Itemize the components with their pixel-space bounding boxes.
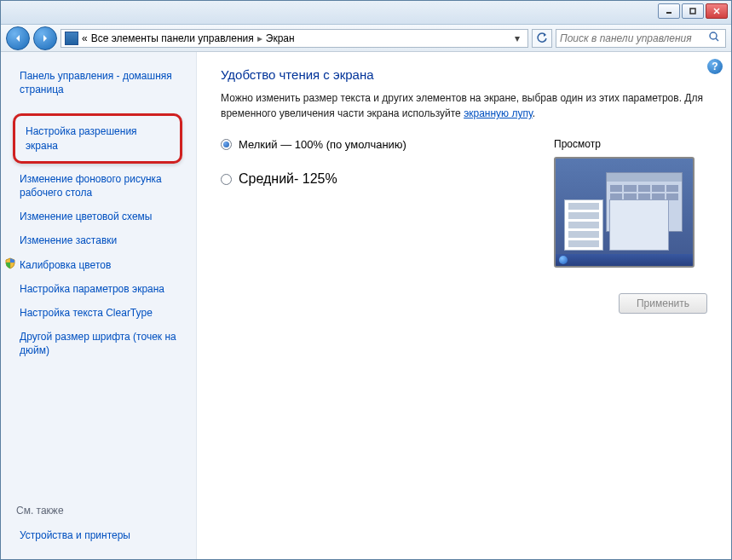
sidebar-item-display-settings[interactable]: Настройка параметров экрана <box>20 277 189 301</box>
preview-start-orb <box>559 256 568 264</box>
radio-small-input[interactable] <box>221 139 232 150</box>
chevron-right-icon: ▸ <box>257 32 262 44</box>
sidebar: Панель управления - домашняя страница На… <box>1 52 197 559</box>
address-bar[interactable]: « Все элементы панели управления ▸ Экран… <box>61 29 528 48</box>
preview-column: Просмотр <box>554 138 707 268</box>
radio-option-medium[interactable]: Средний- 125% <box>221 171 528 187</box>
radio-small-label: Мелкий — 100% (по умолчанию) <box>239 138 406 151</box>
desc-text-2: . <box>533 107 535 119</box>
svg-line-5 <box>716 38 718 41</box>
radio-option-small[interactable]: Мелкий — 100% (по умолчанию) <box>221 138 528 151</box>
apply-button[interactable]: Применить <box>619 293 707 314</box>
breadcrumb-prefix: « <box>82 32 88 44</box>
apply-row: Применить <box>221 293 707 314</box>
search-input[interactable] <box>560 32 708 44</box>
search-box[interactable] <box>556 29 726 48</box>
sidebar-item-calibration[interactable]: Калибровка цветов <box>20 253 189 277</box>
preview-taskbar <box>556 254 693 266</box>
radio-medium-label: Средний- 125% <box>239 171 337 187</box>
page-description: Можно изменить размер текста и других эл… <box>221 90 707 121</box>
svg-point-4 <box>710 32 717 39</box>
sidebar-item-resolution[interactable]: Настройка разрешения экрана <box>13 113 182 163</box>
window-controls <box>658 3 728 19</box>
refresh-button[interactable] <box>532 29 552 48</box>
desc-text-1: Можно изменить размер текста и других эл… <box>221 92 703 119</box>
sidebar-item-dpi[interactable]: Другой размер шрифта (точек на дюйм) <box>20 325 189 362</box>
content-area: Панель управления - домашняя страница На… <box>1 52 731 559</box>
sidebar-home-link[interactable]: Панель управления - домашняя страница <box>20 64 189 101</box>
minimize-button[interactable] <box>658 3 680 19</box>
navbar: « Все элементы панели управления ▸ Экран… <box>1 25 731 52</box>
titlebar[interactable] <box>1 1 731 25</box>
search-icon[interactable] <box>708 31 722 45</box>
back-button[interactable] <box>6 26 30 50</box>
main-panel: ? Удобство чтения с экрана Можно изменит… <box>197 52 731 559</box>
magnifier-link[interactable]: экранную лупу <box>464 107 533 119</box>
sidebar-item-cleartype[interactable]: Настройка текста ClearType <box>20 301 189 325</box>
control-panel-window: « Все элементы панели управления ▸ Экран… <box>0 0 732 560</box>
svg-rect-1 <box>690 9 695 14</box>
preview-start-menu <box>564 199 603 251</box>
see-also-devices[interactable]: Устройства и принтеры <box>20 523 189 547</box>
options-column: Мелкий — 100% (по умолчанию) Средний- 12… <box>221 138 528 268</box>
control-panel-icon <box>65 32 78 45</box>
sidebar-item-label: Калибровка цветов <box>20 259 111 271</box>
maximize-button[interactable] <box>682 3 704 19</box>
sidebar-item-screensaver[interactable]: Изменение заставки <box>20 228 189 252</box>
breadcrumb[interactable]: « Все элементы панели управления ▸ Экран <box>82 32 295 44</box>
close-button[interactable] <box>706 3 728 19</box>
sidebar-item-color-scheme[interactable]: Изменение цветовой схемы <box>20 205 189 228</box>
radio-medium-input[interactable] <box>221 174 232 185</box>
page-title: Удобство чтения с экрана <box>221 67 707 82</box>
preview-window-front <box>609 199 669 251</box>
preview-label: Просмотр <box>554 138 707 150</box>
breadcrumb-current[interactable]: Экран <box>266 32 295 44</box>
address-dropdown-icon[interactable]: ▾ <box>510 32 524 44</box>
forward-button[interactable] <box>33 26 57 50</box>
options-row: Мелкий — 100% (по умолчанию) Средний- 12… <box>221 138 707 268</box>
preview-monitor <box>554 157 695 268</box>
sidebar-footer: См. также Устройства и принтеры <box>20 488 189 547</box>
breadcrumb-parent[interactable]: Все элементы панели управления <box>91 32 254 44</box>
shield-icon <box>4 257 16 269</box>
sidebar-item-wallpaper[interactable]: Изменение фонового рисунка рабочего стол… <box>20 167 189 205</box>
see-also-label: См. также <box>16 505 189 517</box>
help-icon[interactable]: ? <box>707 59 723 74</box>
